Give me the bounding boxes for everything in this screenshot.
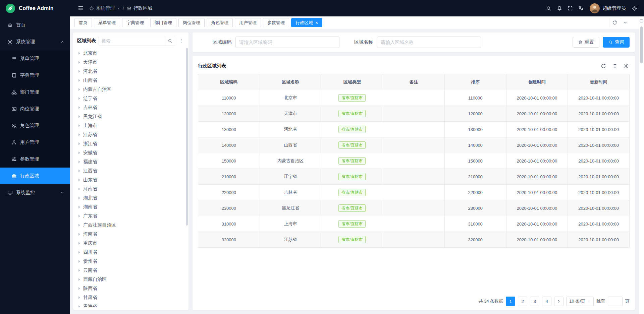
tree-item[interactable]: 黑龙江省 (77, 112, 184, 121)
tree-item[interactable]: 甘肃省 (77, 293, 184, 302)
refresh-icon[interactable] (600, 63, 607, 69)
table-row[interactable]: 120000 天津市 省市/直辖市 120000 2020-10-01 00:0… (198, 106, 630, 122)
chevron-down-icon[interactable] (620, 18, 631, 27)
caret-right-icon[interactable] (78, 305, 80, 308)
sidebar-item-home[interactable]: 首页 (0, 17, 70, 34)
caret-right-icon[interactable] (78, 61, 80, 64)
caret-right-icon[interactable] (78, 269, 80, 272)
region-name-input[interactable] (377, 37, 481, 48)
tree-search-button[interactable] (165, 36, 175, 46)
search-icon[interactable] (544, 4, 553, 13)
caret-right-icon[interactable] (78, 287, 80, 290)
jump-page-input[interactable] (608, 297, 623, 306)
tree-item[interactable]: 山西省 (77, 76, 184, 85)
breadcrumb-system[interactable]: 系统管理 (89, 5, 120, 11)
tab[interactable]: 菜单管理 (94, 18, 120, 27)
table-row[interactable]: 110000 北京市 省市/直辖市 110000 2020-10-01 00:0… (198, 90, 630, 106)
tree-item[interactable]: 北京市 (77, 49, 184, 58)
caret-right-icon[interactable] (78, 52, 80, 55)
page-button-3[interactable]: 3 (530, 297, 539, 306)
density-icon[interactable] (611, 63, 618, 69)
table-row[interactable]: 310000 上海市 省市/直辖市 310000 2020-10-01 00:0… (198, 216, 630, 232)
sidebar-item-post-mgmt[interactable]: 岗位管理 (0, 101, 70, 117)
sidebar-item-monitor[interactable]: 系统监控 (0, 184, 70, 201)
caret-right-icon[interactable] (78, 206, 80, 208)
sidebar-item-region[interactable]: 行政区域 (0, 168, 70, 184)
tree-item[interactable]: 湖北省 (77, 193, 184, 202)
tree-item[interactable]: 河南省 (77, 184, 184, 193)
caret-right-icon[interactable] (78, 215, 80, 217)
caret-right-icon[interactable] (78, 70, 80, 73)
tab-close-icon[interactable]: × (315, 20, 318, 25)
tree-item[interactable]: 天津市 (77, 58, 184, 67)
search-button[interactable]: 查询 (603, 37, 630, 48)
tree-item[interactable]: 河北省 (77, 67, 184, 76)
sidebar-item-dict-mgmt[interactable]: 字典管理 (0, 67, 70, 84)
region-code-input[interactable] (235, 37, 339, 48)
caret-right-icon[interactable] (78, 151, 80, 154)
user-menu[interactable]: 超级管理员 (590, 3, 626, 13)
tree-item[interactable]: 江苏省 (77, 130, 184, 139)
caret-right-icon[interactable] (78, 260, 80, 263)
reset-button[interactable]: 重置 (573, 37, 599, 48)
caret-right-icon[interactable] (78, 88, 80, 91)
caret-right-icon[interactable] (78, 133, 80, 136)
caret-right-icon[interactable] (78, 124, 80, 127)
tree-item[interactable]: 福建省 (77, 157, 184, 166)
more-options-icon[interactable] (178, 36, 184, 46)
tree-item[interactable]: 广西壮族自治区 (77, 221, 184, 230)
tab[interactable]: 部门管理 (150, 18, 176, 27)
tree-item[interactable]: 安徽省 (77, 148, 184, 157)
table-row[interactable]: 130000 河北省 省市/直辖市 130000 2020-10-01 00:0… (198, 122, 630, 137)
tree-item[interactable]: 贵州省 (77, 257, 184, 266)
bell-icon[interactable] (555, 4, 564, 13)
tree-item[interactable]: 山东省 (77, 175, 184, 184)
tab-active[interactable]: 行政区域 × (291, 18, 322, 27)
table-row[interactable]: 320000 江苏省 省市/直辖市 320000 2020-10-01 00:0… (198, 232, 630, 248)
caret-right-icon[interactable] (78, 79, 80, 82)
tree-item[interactable]: 陕西省 (77, 284, 184, 293)
sidebar-item-dept-mgmt[interactable]: 部门管理 (0, 84, 70, 101)
tree-item[interactable]: 浙江省 (77, 139, 184, 148)
caret-right-icon[interactable] (78, 179, 80, 181)
tree-scrollbar[interactable] (186, 48, 188, 226)
tree-item[interactable]: 辽宁省 (77, 94, 184, 103)
page-size-select[interactable]: 10 条/页 (566, 297, 594, 306)
sidebar-item-menu-mgmt[interactable]: 菜单管理 (0, 50, 70, 67)
translate-icon[interactable] (576, 4, 586, 13)
tree-item[interactable]: 青海省 (77, 302, 184, 307)
table-row[interactable]: 220000 吉林省 省市/直辖市 220000 2020-10-01 00:0… (198, 185, 630, 200)
sidebar-item-user-mgmt[interactable]: 用户管理 (0, 134, 70, 151)
tree-item[interactable]: 江西省 (77, 166, 184, 175)
caret-right-icon[interactable] (78, 224, 80, 227)
caret-right-icon[interactable] (78, 251, 80, 254)
collapse-sidebar-icon[interactable] (76, 4, 85, 13)
tree-item[interactable]: 西藏自治区 (77, 275, 184, 284)
caret-right-icon[interactable] (78, 197, 80, 199)
sidebar-item-role-mgmt[interactable]: 角色管理 (0, 117, 70, 134)
tree-item[interactable]: 内蒙古自治区 (77, 85, 184, 94)
column-settings-gear-icon[interactable] (623, 63, 630, 69)
tree-item[interactable]: 上海市 (77, 121, 184, 130)
caret-right-icon[interactable] (78, 161, 80, 163)
table-row[interactable]: 150000 内蒙古自治区 省市/直辖市 150000 2020-10-01 0… (198, 153, 630, 169)
tree-item[interactable]: 四川省 (77, 248, 184, 257)
page-scrollbar[interactable] (640, 26, 643, 63)
caret-right-icon[interactable] (78, 142, 80, 145)
caret-right-icon[interactable] (78, 115, 80, 118)
tree-item[interactable]: 吉林省 (77, 103, 184, 112)
caret-right-icon[interactable] (78, 97, 80, 100)
tab[interactable]: 岗位管理 (178, 18, 205, 27)
tree-item[interactable]: 海南省 (77, 230, 184, 239)
refresh-icon[interactable] (609, 18, 620, 27)
table-row[interactable]: 140000 山西省 省市/直辖市 140000 2020-10-01 00:0… (198, 137, 630, 153)
settings-gear-icon[interactable] (630, 4, 639, 13)
tree-item[interactable]: 云南省 (77, 266, 184, 275)
caret-right-icon[interactable] (78, 242, 80, 245)
sidebar-item-param-mgmt[interactable]: 参数管理 (0, 151, 70, 168)
page-button-2[interactable]: 2 (518, 297, 527, 306)
fullscreen-icon[interactable] (566, 4, 575, 13)
page-button-4[interactable]: 4 (542, 297, 551, 306)
sidebar-item-system[interactable]: 系统管理 (0, 34, 70, 50)
tab[interactable]: 用户管理 (235, 18, 261, 27)
